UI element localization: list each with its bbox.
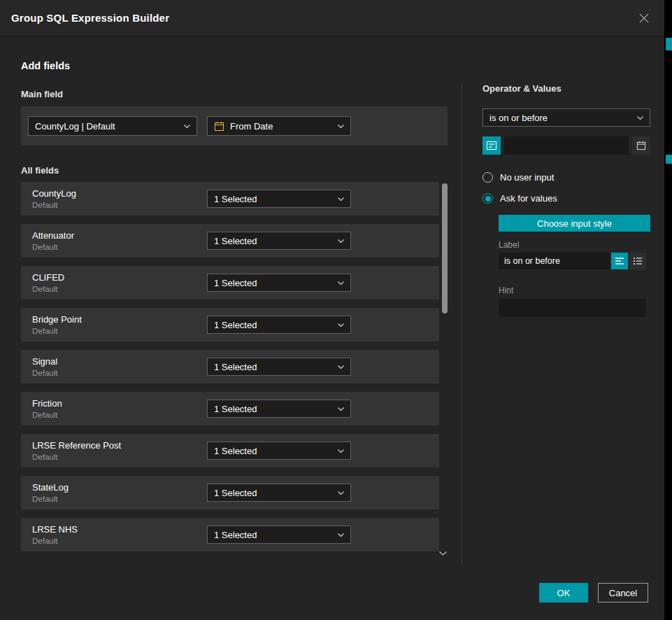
field-sublabel: Default bbox=[32, 495, 69, 503]
ok-button[interactable]: OK bbox=[539, 583, 588, 603]
label-input[interactable] bbox=[499, 253, 610, 269]
field-info: StateLog Default bbox=[32, 482, 69, 503]
close-button[interactable] bbox=[635, 9, 653, 27]
group-sql-expression-builder-dialog: Group SQL Expression Builder Add fields … bbox=[0, 0, 664, 620]
scroll-down-arrow-icon[interactable] bbox=[439, 551, 447, 556]
chevron-down-icon bbox=[338, 365, 344, 369]
field-selection-dropdown[interactable]: 1 Selected bbox=[207, 274, 351, 292]
add-fields-section: Add fields Main field CountyLog | Defaul… bbox=[21, 56, 448, 551]
single-line-style-button[interactable] bbox=[611, 253, 628, 269]
close-icon bbox=[639, 13, 649, 23]
field-sublabel: Default bbox=[32, 201, 76, 209]
field-row-signal: Signal Default 1 Selected bbox=[21, 350, 439, 383]
chevron-down-icon bbox=[338, 239, 344, 243]
underlying-page-fragment bbox=[666, 38, 672, 50]
field-info: CountyLog Default bbox=[32, 188, 76, 209]
chevron-down-icon bbox=[338, 449, 344, 453]
hint-input[interactable] bbox=[499, 299, 646, 317]
all-fields-label: All fields bbox=[21, 165, 448, 176]
radio-label: Ask for values bbox=[500, 193, 557, 204]
set-value-from-field-button[interactable] bbox=[482, 136, 501, 155]
chevron-down-icon bbox=[184, 125, 190, 128]
field-info: LRSE NHS Default bbox=[32, 524, 78, 545]
single-line-style-icon bbox=[615, 258, 624, 265]
field-sublabel: Default bbox=[32, 369, 57, 377]
scrollbar-thumb[interactable] bbox=[442, 183, 448, 313]
operator-values-heading: Operator & Values bbox=[482, 83, 650, 94]
field-sublabel: Default bbox=[32, 453, 121, 461]
chevron-down-icon bbox=[637, 116, 643, 120]
main-layer-dropdown[interactable]: CountyLog | Default bbox=[28, 116, 197, 136]
field-row-friction: Friction Default 1 Selected bbox=[21, 392, 439, 425]
chevron-down-icon bbox=[338, 407, 344, 411]
date-picker-button[interactable] bbox=[632, 136, 650, 155]
field-name: CLIFED bbox=[32, 272, 64, 283]
radio-circle-selected-icon bbox=[482, 193, 493, 204]
operator-dropdown[interactable]: is on or before bbox=[482, 108, 650, 127]
dialog-footer: OK Cancel bbox=[539, 583, 648, 603]
main-field-panel: CountyLog | Default From Date bbox=[21, 106, 448, 146]
dropdown-value: 1 Selected bbox=[214, 278, 334, 288]
value-input[interactable] bbox=[504, 136, 629, 155]
field-sublabel: Default bbox=[32, 537, 78, 545]
field-sublabel: Default bbox=[32, 327, 82, 335]
screen: Group SQL Expression Builder Add fields … bbox=[0, 0, 672, 620]
hint-caption: Hint bbox=[499, 286, 650, 295]
field-info: Signal Default bbox=[32, 356, 57, 377]
vertical-divider bbox=[462, 83, 462, 565]
field-selection-dropdown[interactable]: 1 Selected bbox=[207, 358, 351, 376]
dialog-titlebar: Group SQL Expression Builder bbox=[0, 0, 664, 36]
chevron-down-icon bbox=[338, 197, 344, 201]
field-selection-dropdown[interactable]: 1 Selected bbox=[207, 526, 351, 544]
field-sublabel: Default bbox=[32, 411, 62, 419]
field-selection-dropdown[interactable]: 1 Selected bbox=[207, 400, 351, 418]
radio-no-user-input[interactable]: No user input bbox=[482, 172, 650, 183]
chevron-down-icon bbox=[338, 281, 344, 285]
field-selection-dropdown[interactable]: 1 Selected bbox=[207, 316, 351, 334]
dropdown-value: 1 Selected bbox=[214, 320, 334, 330]
radio-label: No user input bbox=[500, 172, 554, 183]
field-selection-dropdown[interactable]: 1 Selected bbox=[207, 190, 351, 208]
field-name: StateLog bbox=[32, 482, 69, 493]
field-info: LRSE Reference Post Default bbox=[32, 440, 121, 461]
radio-ask-for-values[interactable]: Ask for values bbox=[482, 193, 650, 204]
field-selection-dropdown[interactable]: 1 Selected bbox=[207, 232, 351, 250]
field-sublabel: Default bbox=[32, 285, 64, 293]
main-field-label: Main field bbox=[21, 89, 448, 99]
field-name: Friction bbox=[32, 398, 62, 409]
main-layer-dropdown-value: CountyLog | Default bbox=[35, 121, 180, 132]
field-row-bridge-point: Bridge Point Default 1 Selected bbox=[21, 308, 439, 341]
field-info: Bridge Point Default bbox=[32, 314, 82, 335]
radio-circle-icon bbox=[482, 172, 493, 183]
field-row-lrse-nhs: LRSE NHS Default 1 Selected bbox=[21, 518, 439, 551]
dropdown-value: 1 Selected bbox=[214, 194, 334, 204]
main-date-field-dropdown[interactable]: From Date bbox=[207, 116, 351, 136]
dropdown-value: 1 Selected bbox=[214, 488, 334, 498]
field-selection-dropdown[interactable]: 1 Selected bbox=[207, 442, 351, 460]
field-name: LRSE Reference Post bbox=[32, 440, 121, 451]
chevron-down-icon bbox=[338, 323, 344, 327]
field-name: Attenuator bbox=[32, 230, 74, 241]
field-info: CLIFED Default bbox=[32, 272, 64, 293]
field-selection-dropdown[interactable]: 1 Selected bbox=[207, 484, 351, 502]
dropdown-value: 1 Selected bbox=[214, 236, 334, 246]
all-fields-list: CountyLog Default 1 Selected Attenuator … bbox=[21, 182, 439, 551]
add-fields-heading: Add fields bbox=[21, 60, 448, 71]
calendar-icon bbox=[636, 141, 646, 150]
chevron-down-icon bbox=[338, 491, 344, 495]
operator-dropdown-value: is on or before bbox=[489, 113, 633, 123]
dropdown-value: 1 Selected bbox=[214, 530, 334, 540]
field-list-icon bbox=[487, 141, 496, 150]
dropdown-value: 1 Selected bbox=[214, 446, 334, 456]
label-input-row bbox=[499, 253, 650, 269]
field-name: CountyLog bbox=[32, 188, 76, 199]
choose-input-style-button[interactable]: Choose input style bbox=[499, 215, 650, 232]
field-name: Bridge Point bbox=[32, 314, 82, 325]
field-info: Friction Default bbox=[32, 398, 62, 419]
field-name: LRSE NHS bbox=[32, 524, 78, 535]
list-style-button[interactable] bbox=[629, 253, 646, 269]
list-scrollbar[interactable] bbox=[442, 183, 448, 543]
field-row-lrse-reference-post: LRSE Reference Post Default 1 Selected bbox=[21, 434, 439, 467]
cancel-button[interactable]: Cancel bbox=[598, 583, 648, 603]
field-row-countylog: CountyLog Default 1 Selected bbox=[21, 182, 439, 216]
